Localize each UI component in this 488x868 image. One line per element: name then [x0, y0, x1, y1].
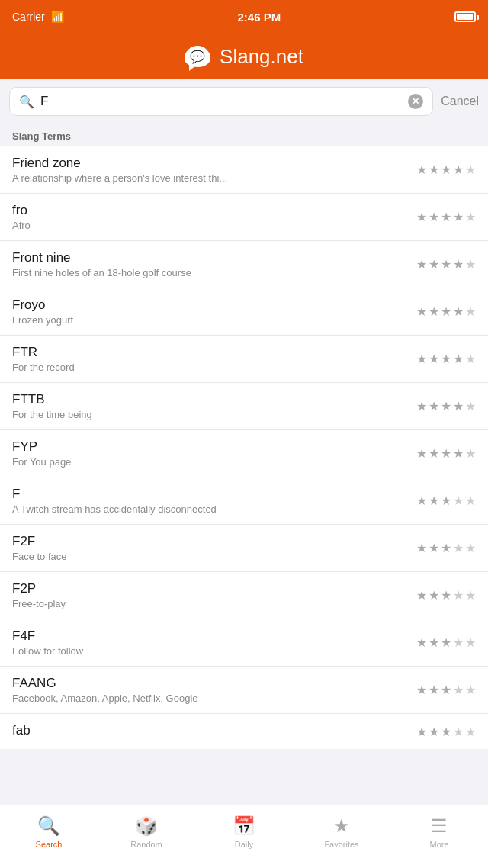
term-stars: ★★★★★ — [416, 446, 476, 461]
term-item[interactable]: froAfro★★★★★ — [0, 194, 488, 241]
star-icon: ★ — [465, 725, 476, 739]
tab-more[interactable]: ☰ More — [390, 805, 488, 868]
term-stars: ★★★★★ — [416, 541, 476, 555]
term-name: Froyo — [12, 297, 407, 313]
tab-daily[interactable]: 📅 Daily — [195, 805, 293, 868]
term-stars: ★★★★★ — [416, 399, 476, 413]
star-icon: ★ — [453, 541, 464, 555]
term-item[interactable]: F2PFree-to-play★★★★★ — [0, 572, 488, 619]
term-stars: ★★★★★ — [416, 257, 476, 272]
term-name: FTTB — [12, 392, 407, 407]
search-tab-icon: 🔍 — [37, 815, 60, 837]
term-stars: ★★★★★ — [416, 588, 476, 603]
term-name: FYP — [12, 439, 407, 455]
star-icon: ★ — [429, 493, 439, 508]
star-icon: ★ — [441, 635, 451, 650]
search-input[interactable]: F — [40, 94, 402, 109]
star-icon: ★ — [465, 635, 476, 650]
star-icon: ★ — [429, 210, 439, 224]
search-bar-container: 🔍 F ✕ Cancel — [0, 79, 488, 124]
term-desc: For the record — [12, 362, 332, 373]
term-name: fro — [12, 203, 407, 218]
term-item[interactable]: FA Twitch stream has accidentally discon… — [0, 477, 488, 525]
search-clear-button[interactable]: ✕ — [408, 94, 423, 109]
star-icon: ★ — [453, 257, 464, 272]
term-desc: First nine holes of an 18-hole golf cour… — [12, 267, 332, 278]
star-icon: ★ — [465, 257, 476, 272]
term-item[interactable]: FAANGFacebook, Amazon, Apple, Netflix, G… — [0, 667, 488, 714]
star-icon: ★ — [416, 257, 427, 272]
star-icon: ★ — [441, 493, 451, 508]
term-desc: A relationship where a person's love int… — [12, 172, 332, 184]
term-desc: Frozen yogurt — [12, 314, 332, 326]
term-name: F4F — [12, 628, 407, 644]
star-icon: ★ — [453, 588, 464, 603]
battery-area — [454, 11, 476, 22]
star-icon: ★ — [429, 352, 439, 366]
term-desc: A Twitch stream has accidentally disconn… — [12, 503, 332, 515]
term-item[interactable]: FroyoFrozen yogurt★★★★★ — [0, 288, 488, 336]
star-icon: ★ — [453, 162, 464, 177]
term-name: Friend zone — [12, 156, 407, 171]
star-icon: ★ — [429, 399, 439, 413]
term-stars: ★★★★★ — [416, 635, 476, 650]
term-item[interactable]: F4FFollow for follow★★★★★ — [0, 619, 488, 667]
star-icon: ★ — [465, 683, 476, 697]
star-icon: ★ — [441, 725, 451, 739]
term-desc: Follow for follow — [12, 645, 332, 657]
tab-favorites-label: Favorites — [324, 840, 358, 849]
term-item[interactable]: fab★★★★★ — [0, 714, 488, 749]
tab-search[interactable]: 🔍 Search — [0, 805, 98, 868]
star-icon: ★ — [465, 493, 476, 508]
star-icon: ★ — [453, 210, 464, 224]
term-name: FAANG — [12, 676, 407, 691]
term-item[interactable]: F2FFace to face★★★★★ — [0, 525, 488, 572]
tab-random[interactable]: 🎲 Random — [98, 805, 195, 868]
cancel-button[interactable]: Cancel — [441, 95, 479, 108]
term-stars: ★★★★★ — [416, 493, 476, 508]
star-icon: ★ — [416, 635, 427, 650]
tab-random-label: Random — [130, 840, 162, 849]
term-name: FTR — [12, 345, 407, 360]
star-icon: ★ — [441, 352, 451, 366]
term-item[interactable]: FTRFor the record★★★★★ — [0, 336, 488, 383]
star-icon: ★ — [441, 683, 451, 697]
star-icon: ★ — [453, 635, 464, 650]
star-icon: ★ — [416, 541, 427, 555]
term-desc: Face to face — [12, 551, 332, 562]
tab-favorites[interactable]: ★ Favorites — [293, 805, 390, 868]
term-stars: ★★★★★ — [416, 162, 476, 177]
search-input-wrapper[interactable]: 🔍 F ✕ — [9, 87, 433, 116]
tab-daily-label: Daily — [235, 840, 253, 849]
term-desc: Afro — [12, 220, 332, 231]
star-icon: ★ — [429, 725, 439, 739]
star-icon: ★ — [429, 541, 439, 555]
star-icon: ★ — [441, 399, 451, 413]
star-icon: ★ — [465, 352, 476, 366]
star-icon: ★ — [429, 588, 439, 603]
star-icon: ★ — [429, 635, 439, 650]
tab-search-label: Search — [36, 840, 63, 849]
term-item[interactable]: FYPFor You page★★★★★ — [0, 430, 488, 477]
favorites-tab-icon: ★ — [333, 815, 350, 837]
term-stars: ★★★★★ — [416, 210, 476, 224]
term-name: F2P — [12, 581, 407, 596]
tab-more-label: More — [429, 840, 448, 849]
star-icon: ★ — [441, 446, 451, 461]
term-item[interactable]: Front nineFirst nine holes of an 18-hole… — [0, 241, 488, 288]
star-icon: ★ — [416, 399, 427, 413]
app-header: 💬 Slang.net — [0, 34, 488, 79]
star-icon: ★ — [453, 399, 464, 413]
random-tab-icon: 🎲 — [135, 815, 158, 837]
term-item[interactable]: FTTBFor the time being★★★★★ — [0, 383, 488, 430]
term-stars: ★★★★★ — [416, 725, 476, 739]
term-item[interactable]: Friend zoneA relationship where a person… — [0, 146, 488, 194]
app-title: Slang.net — [220, 45, 303, 69]
star-icon: ★ — [465, 446, 476, 461]
term-desc: Facebook, Amazon, Apple, Netflix, Google — [12, 693, 332, 704]
star-icon: ★ — [416, 162, 427, 177]
star-icon: ★ — [441, 210, 451, 224]
term-desc: For the time being — [12, 409, 332, 420]
star-icon: ★ — [441, 541, 451, 555]
star-icon: ★ — [453, 446, 464, 461]
